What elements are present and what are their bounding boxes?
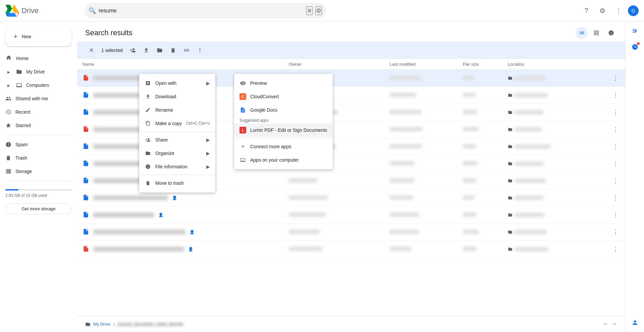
- ctx-open-with[interactable]: Open with ▶: [139, 76, 215, 90]
- submenu-computer-apps[interactable]: Apps on your computer: [234, 153, 333, 167]
- ctx-organize[interactable]: Organize ▶: [139, 147, 215, 160]
- search-clear-button[interactable]: ✕: [306, 6, 313, 15]
- ctx-divider-1: [139, 131, 215, 132]
- file-name-8: [93, 196, 168, 200]
- row-more-button-8[interactable]: ⋮: [611, 193, 620, 203]
- file-tag: 👤: [188, 247, 193, 252]
- list-view-button[interactable]: [576, 27, 588, 39]
- drive-logo-icon: [5, 4, 19, 17]
- table-row[interactable]: 👤 ⋮: [77, 241, 625, 258]
- more-toolbar-button[interactable]: [194, 44, 206, 56]
- modified-cell-8: [384, 189, 458, 207]
- get-more-storage-button[interactable]: Get more storage: [5, 203, 72, 214]
- ctx-file-info[interactable]: File information ▶: [139, 160, 215, 173]
- header-actions: [576, 27, 617, 39]
- row-more-button-7[interactable]: ⋮: [611, 176, 620, 186]
- share-ctx-icon: [145, 136, 151, 143]
- download-ctx-icon: [145, 93, 151, 100]
- sidebar-item-trash[interactable]: Trash: [0, 151, 72, 165]
- row-more-button-5[interactable]: ⋮: [611, 142, 620, 152]
- row-more-button-10[interactable]: ⋮: [611, 227, 620, 237]
- sidebar-starred-label: Starred: [15, 123, 31, 128]
- connect-apps-icon: +: [239, 143, 246, 150]
- panel-user-icon[interactable]: [628, 316, 642, 329]
- delete-button[interactable]: [167, 44, 179, 56]
- more-cell-2: ⋮: [593, 87, 625, 104]
- file-icon-4: [83, 126, 89, 133]
- row-more-button-4[interactable]: ⋮: [611, 124, 620, 134]
- submenu-connect-apps[interactable]: + Connect more apps: [234, 140, 333, 153]
- submenu-cloudconvert[interactable]: C CloudConvert: [234, 90, 333, 103]
- more-cell-8: ⋮: [593, 189, 625, 207]
- content-header: Search results: [77, 21, 625, 42]
- selected-count: 1 selected: [101, 48, 123, 53]
- ctx-copy-shortcut: Ctrl+C Ctrl+V: [186, 121, 210, 126]
- breadcrumb-current: resume_document_name_blurred: [117, 322, 183, 327]
- submenu-lumin[interactable]: L Lumin PDF - Edit or Sign Documents: [234, 123, 333, 137]
- sidebar-item-recent[interactable]: Recent: [0, 105, 72, 119]
- search-input[interactable]: [99, 8, 304, 14]
- apps-button[interactable]: ⋮: [612, 4, 625, 17]
- search-bar[interactable]: 🔍 ✕ ⚙: [85, 3, 326, 18]
- sidebar-item-home[interactable]: Home: [0, 52, 72, 65]
- file-tag: 👤: [158, 213, 163, 217]
- more-cell-3: ⋮: [593, 104, 625, 121]
- drive-folder-icon: [16, 69, 22, 75]
- help-button[interactable]: ?: [580, 4, 593, 17]
- breadcrumb-root[interactable]: My Drive: [93, 322, 110, 327]
- topbar-right: ? ⚙ ⋮ G: [580, 4, 639, 17]
- sidebar-item-storage[interactable]: Storage: [0, 165, 72, 178]
- ctx-organize-label: Organize: [155, 151, 202, 156]
- clear-selection-button[interactable]: ✕: [85, 44, 97, 56]
- owner-cell-8: [283, 189, 384, 207]
- storage-bar-background: [5, 189, 72, 190]
- ctx-make-copy[interactable]: Make a copy Ctrl+C Ctrl+V: [139, 117, 215, 130]
- sidebar-item-my-drive[interactable]: ▸ My Drive: [0, 65, 72, 78]
- sidebar-item-spam[interactable]: Spam: [0, 138, 72, 151]
- sidebar-item-computers[interactable]: ▸ Computers: [0, 78, 72, 92]
- ctx-download[interactable]: Download: [139, 90, 215, 103]
- download-button[interactable]: [140, 44, 152, 56]
- row-more-button-11[interactable]: ⋮: [611, 244, 620, 254]
- search-filter-button[interactable]: ⚙: [315, 6, 322, 15]
- ctx-share-arrow: ▶: [206, 137, 210, 143]
- table-row[interactable]: 👤 ⋮: [77, 224, 625, 241]
- breadcrumb-next-button[interactable]: →: [611, 321, 617, 328]
- topbar: Drive 🔍 ✕ ⚙ ? ⚙ ⋮ G: [0, 0, 644, 21]
- link-button[interactable]: [180, 44, 193, 56]
- breadcrumb-prev-button[interactable]: ←: [602, 321, 608, 328]
- sidebar-my-drive-label: My Drive: [26, 69, 45, 74]
- sidebar-item-shared[interactable]: Shared with me: [0, 92, 72, 105]
- info-button[interactable]: [605, 27, 617, 39]
- settings-button[interactable]: ⚙: [596, 4, 609, 17]
- submenu-google-docs[interactable]: Google Docs: [234, 103, 333, 117]
- ctx-share[interactable]: Share ▶: [139, 133, 215, 147]
- row-more-button-9[interactable]: ⋮: [611, 210, 620, 220]
- row-more-button-6[interactable]: ⋮: [611, 159, 620, 169]
- row-more-button-3[interactable]: ⋮: [611, 107, 620, 117]
- location-cell-8: [502, 189, 593, 207]
- table-row[interactable]: 👤 ⋮: [77, 207, 625, 224]
- ctx-rename[interactable]: Rename: [139, 103, 215, 117]
- size-cell-5: [458, 138, 502, 155]
- row-more-button-1[interactable]: ⋮: [611, 73, 620, 83]
- file-icon-10: [83, 228, 89, 236]
- ctx-trash-label: Move to trash: [155, 180, 210, 186]
- sidebar-item-starred[interactable]: Starred: [0, 119, 72, 132]
- add-person-button[interactable]: [127, 44, 139, 56]
- file-icon-8: [83, 194, 89, 202]
- row-more-button-2[interactable]: ⋮: [611, 90, 620, 100]
- panel-details-icon[interactable]: [628, 24, 642, 38]
- grid-view-button[interactable]: [590, 27, 602, 39]
- file-icon-1: [83, 74, 89, 82]
- ctx-move-trash[interactable]: Move to trash: [139, 176, 215, 190]
- modified-cell-4: [384, 121, 458, 138]
- ctx-file-info-arrow: ▶: [206, 164, 210, 169]
- new-button[interactable]: + New: [5, 27, 72, 46]
- owner-cell-9: [283, 207, 384, 224]
- submenu-preview[interactable]: Preview: [234, 76, 333, 90]
- move-button[interactable]: [154, 44, 166, 56]
- sidebar-divider-2: [5, 181, 72, 181]
- panel-activity-icon[interactable]: [628, 40, 642, 54]
- account-avatar[interactable]: G: [628, 5, 639, 16]
